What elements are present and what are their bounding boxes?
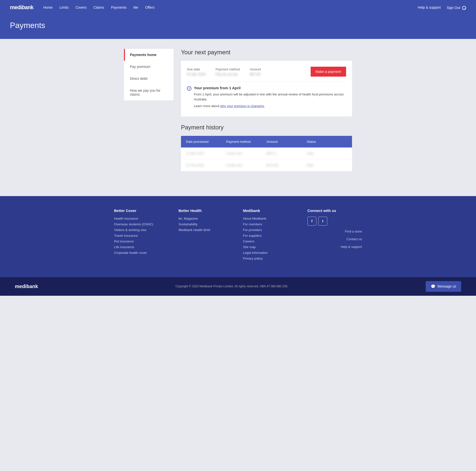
nav-me[interactable]: Me [133,5,138,9]
premium-notice-link-row: Learn more about why your premium is cha… [194,104,346,109]
navbar: medibank Home Limits Covers Claims Payme… [0,0,476,15]
footer-medibank-heading: Medibank [243,208,298,213]
nav-covers[interactable]: Covers [76,5,87,9]
footer-link-visitors[interactable]: Visitors & working visa [114,228,169,232]
nav-signout[interactable]: Sign Out → [447,5,466,10]
footer-link-corporate[interactable]: Corporate health cover [114,251,169,255]
premium-notice: i Your premium from 1 April From 1 April… [187,82,346,111]
col-date: Date processed [186,140,226,144]
footer-better-health-heading: Better Health [178,208,233,213]
sidebar-item-direct-debit[interactable]: Direct debit [124,73,174,85]
chat-icon: 💬 [431,284,436,289]
premium-notice-link[interactable]: why your premium is changing. [220,104,265,108]
amount-label: Amount [250,67,261,71]
footer-link-health-brief[interactable]: Medibank Health Brief [178,228,233,232]
footer-link-careers[interactable]: Careers [243,239,298,243]
social-icons: f t [307,217,362,226]
facebook-button[interactable]: f [307,217,316,226]
due-date-field: Due date 01 Apr 2024 [187,67,206,76]
row1-date: 11 Mar 2024 [186,151,226,155]
payment-method-value: Pay as you go [216,72,240,76]
footer-medibank: Medibank About Medibank For members For … [243,208,298,262]
page-header: Payments [0,15,476,39]
nav-links: Home Limits Covers Claims Payments Me Of… [43,5,418,9]
sidebar: Payments home Pay premium Direct debit H… [124,49,174,100]
row1-method: Credit card [226,151,267,155]
payment-history-title: Payment history [181,124,352,131]
footer-link-travel[interactable]: Travel insurance [114,234,169,237]
table-header: Date processed Payment method Amount Sta… [181,136,352,147]
message-btn-label: Message us [438,284,456,288]
premium-notice-content: Your premium from 1 April From 1 April, … [194,86,346,111]
sidebar-item-payments-home[interactable]: Payments home [124,49,174,61]
nav-payments[interactable]: Payments [111,5,126,9]
col-method: Payment method [226,140,267,144]
page-title: Payments [10,21,466,30]
nav-claims[interactable]: Claims [93,5,104,9]
footer-connect-heading: Connect with us [307,208,362,213]
footer-better-cover-heading: Better Cover [114,208,169,213]
row2-status: Paid [307,163,347,167]
footer-link-pet[interactable]: Pet insurance [114,239,169,243]
payment-method-label: Payment method [216,67,240,71]
footer-link-about[interactable]: About Medibank [243,217,298,220]
footer-link-contact[interactable]: Contact us [307,237,362,241]
table-row: 11 Feb 2024 Credit card $173.00 Paid [181,159,352,171]
premium-notice-link-prefix: Learn more about [194,104,220,108]
footer-link-health-insurance[interactable]: Health insurance [114,217,169,220]
next-payment-card: Due date 01 Apr 2024 Payment method Pay … [181,61,352,117]
amount-value: $97.00 [250,72,261,76]
col-status: Status [307,140,347,144]
footer-link-find-store[interactable]: Find a store [307,230,362,233]
signout-icon: → [462,6,466,10]
content-area: Your next payment Due date 01 Apr 2024 P… [181,49,352,171]
table-row: 11 Mar 2024 Credit card $89.11 Paid [181,147,352,159]
row2-date: 11 Feb 2024 [186,163,226,167]
row2-amount: $173.00 [267,163,307,167]
payment-row: Due date 01 Apr 2024 Payment method Pay … [187,67,346,77]
logo: medibank [10,4,33,11]
footer: Better Cover Health insurance Overseas s… [0,196,476,277]
footer-grid: Better Cover Health insurance Overseas s… [114,208,362,262]
next-payment-title: Your next payment [181,49,352,56]
footer-better-cover: Better Cover Health insurance Overseas s… [114,208,169,262]
due-date-label: Due date [187,67,206,71]
nav-right: Help & support Sign Out → [418,5,466,10]
sidebar-item-pay-premium[interactable]: Pay premium [124,61,174,73]
premium-notice-title: Your premium from 1 April [194,86,346,90]
footer-link-privacy[interactable]: Privacy policy [243,257,298,260]
payment-history-table: Date processed Payment method Amount Sta… [181,136,352,171]
nav-limits[interactable]: Limits [60,5,69,9]
nav-home[interactable]: Home [43,5,53,9]
connect-links: Find a store Contact us Help & support [307,230,362,251]
premium-notice-body: From 1 April, your premium will be adjus… [194,92,346,102]
footer-link-sustainability[interactable]: Sustainability [178,222,233,226]
footer-link-members[interactable]: For members [243,222,298,226]
footer-better-health: Better Health be. Magazine Sustainabilit… [178,208,233,262]
row1-amount: $89.11 [267,151,307,155]
page-body: Payments home Pay premium Direct debit H… [0,39,476,181]
bottom-logo: medibank [15,284,38,289]
footer-link-life[interactable]: Life insurance [114,245,169,249]
row2-method: Credit card [226,163,267,167]
make-payment-button[interactable]: Make a payment [311,67,346,77]
footer-link-sitemap[interactable]: Site map [243,245,298,249]
footer-link-legal[interactable]: Legal information [243,251,298,255]
sidebar-item-how-we-pay[interactable]: How we pay you for claims [124,85,174,100]
twitter-button[interactable]: t [318,217,327,226]
message-button[interactable]: 💬 Message us [426,281,461,292]
nav-offers[interactable]: Offers [145,5,155,9]
copyright: Copyright © 2022 Medibank Private Limite… [38,285,425,288]
row1-status: Paid [307,151,347,155]
footer-link-oshc[interactable]: Overseas students (OSHC) [114,222,169,226]
footer-link-providers[interactable]: For providers [243,228,298,232]
footer-connect: Connect with us f t Find a store Contact… [307,208,362,262]
nav-help[interactable]: Help & support [418,5,441,9]
bottom-bar: medibank Copyright © 2022 Medibank Priva… [0,277,476,296]
amount-field: Amount $97.00 [250,67,261,76]
col-amount: Amount [267,140,307,144]
footer-link-magazine[interactable]: be. Magazine [178,217,233,220]
due-date-value: 01 Apr 2024 [187,72,206,76]
footer-link-help[interactable]: Help & support [307,245,362,249]
footer-link-suppliers[interactable]: For suppliers [243,234,298,237]
